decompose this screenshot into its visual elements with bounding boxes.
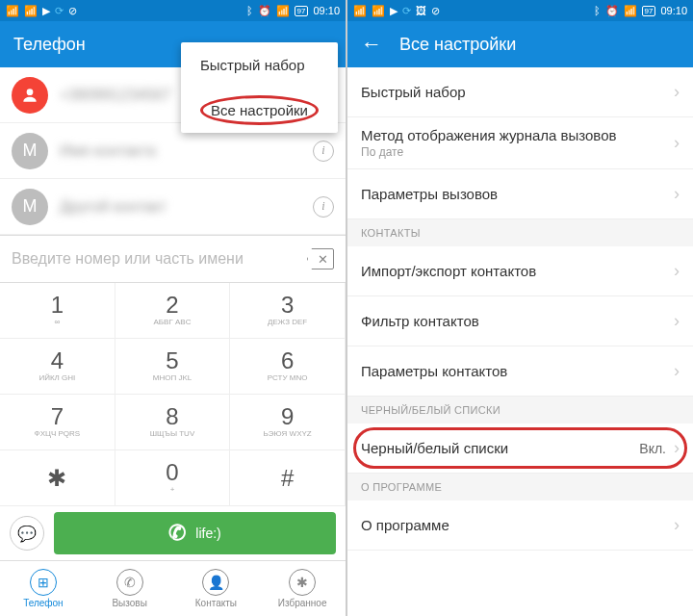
chevron-right-icon: › xyxy=(674,261,680,281)
clock-text: 09:10 xyxy=(313,5,340,16)
signal-icon: 📶 xyxy=(24,5,38,17)
key-hash[interactable]: # xyxy=(230,450,346,506)
bottom-nav: ⊞Телефон ✆Вызовы 👤Контакты ✱Избранное xyxy=(0,560,346,616)
info-icon[interactable]: i xyxy=(313,196,334,218)
setting-blackwhite-list[interactable]: Черный/белый списки Вкл. › xyxy=(347,424,693,474)
setting-speed-dial[interactable]: Быстрый набор › xyxy=(347,67,693,117)
wifi-icon: 📶 xyxy=(276,5,290,17)
avatar xyxy=(12,77,48,114)
key-7[interactable]: 7ФХЦЧ PQRS xyxy=(0,395,116,450)
dial-input-row: Введите номер или часть имени ✕ xyxy=(0,235,346,283)
sms-icon[interactable]: 💬 xyxy=(10,516,44,551)
setting-about[interactable]: О программе › xyxy=(347,500,693,551)
setting-import[interactable]: Импорт/экспорт контактов › xyxy=(347,246,693,296)
section-about: О ПРОГРАММЕ xyxy=(347,474,693,500)
call-action-row: 💬 ✆ life:) xyxy=(0,506,346,560)
setting-filter[interactable]: Фильтр контактов › xyxy=(347,296,693,346)
backspace-icon[interactable]: ✕ xyxy=(307,248,334,270)
nav-calls[interactable]: ✆Вызовы xyxy=(87,561,173,616)
setting-call-params[interactable]: Параметры вызовов › xyxy=(347,169,693,219)
contact-name-text: Другой контакт xyxy=(60,198,301,216)
block-icon: ⊘ xyxy=(431,5,440,17)
settings-screen: 📶 📶 ▶ ⟳ 🖼 ⊘ ᛒ ⏰ 📶 97 09:10 ← Все настрой… xyxy=(347,0,693,616)
chevron-right-icon: › xyxy=(674,82,680,102)
contact-row[interactable]: M Другой контакт i xyxy=(0,179,346,235)
dialpad-icon: ⊞ xyxy=(30,569,57,596)
alarm-icon: ⏰ xyxy=(258,5,271,17)
call-label: life:) xyxy=(195,526,220,541)
phone-app-screen: 📶 📶 ▶ ⟳ ⊘ ᛒ ⏰ 📶 97 09:10 Телефон Быстрый… xyxy=(0,0,347,616)
app-bar: ← Все настройки xyxy=(347,21,693,67)
settings-title: Все настройки xyxy=(399,35,516,55)
contact-name-text: Имя контакта xyxy=(60,142,301,160)
play-icon: ▶ xyxy=(42,5,50,17)
svg-point-0 xyxy=(27,89,34,95)
key-4[interactable]: 4ИЙКЛ GHI xyxy=(0,339,116,395)
sync-icon: ⟳ xyxy=(402,5,411,17)
key-2[interactable]: 2АБВГ ABC xyxy=(116,283,231,339)
block-icon: ⊘ xyxy=(68,5,77,17)
status-bar: 📶 📶 ▶ ⟳ ⊘ ᛒ ⏰ 📶 97 09:10 xyxy=(0,0,346,21)
call-button[interactable]: ✆ life:) xyxy=(54,512,336,554)
person-icon: 👤 xyxy=(202,569,229,596)
chevron-right-icon: › xyxy=(674,184,680,204)
key-star[interactable]: ✱ xyxy=(0,450,116,506)
overflow-menu: Быстрый набор Все настройки xyxy=(181,42,338,133)
section-contacts: КОНТАКТЫ xyxy=(347,219,693,246)
star-icon: ✱ xyxy=(289,569,316,596)
phone-icon: ✆ xyxy=(168,521,186,546)
nav-phone[interactable]: ⊞Телефон xyxy=(0,561,87,616)
phone-icon: ✆ xyxy=(116,569,143,596)
back-icon[interactable]: ← xyxy=(361,32,382,57)
setting-log-method[interactable]: Метод отображения журнала вызовов По дат… xyxy=(347,117,693,169)
signal-icon: 📶 xyxy=(353,5,367,17)
app-title: Телефон xyxy=(13,35,86,55)
wifi-icon: 📶 xyxy=(624,5,637,17)
chevron-right-icon: › xyxy=(674,515,680,535)
nav-favorites[interactable]: ✱Избранное xyxy=(259,561,346,616)
alarm-icon: ⏰ xyxy=(605,5,619,17)
bluetooth-icon: ᛒ xyxy=(246,5,253,16)
menu-speed-dial[interactable]: Быстрый набор xyxy=(181,42,338,88)
bluetooth-icon: ᛒ xyxy=(594,5,601,16)
image-icon: 🖼 xyxy=(416,5,426,16)
chevron-right-icon: › xyxy=(674,311,680,331)
chevron-right-icon: › xyxy=(674,438,680,458)
key-5[interactable]: 5МНОП JKL xyxy=(116,339,231,395)
menu-all-settings[interactable]: Все настройки xyxy=(181,88,338,133)
signal-icon: 📶 xyxy=(372,5,385,17)
play-icon: ▶ xyxy=(390,5,398,17)
sync-icon: ⟳ xyxy=(55,5,64,17)
key-3[interactable]: 3ДЕЖЗ DEF xyxy=(230,283,346,339)
status-bar: 📶 📶 ▶ ⟳ 🖼 ⊘ ᛒ ⏰ 📶 97 09:10 xyxy=(347,0,693,21)
dial-input[interactable]: Введите номер или часть имени xyxy=(12,250,307,268)
avatar: M xyxy=(12,189,48,225)
chevron-right-icon: › xyxy=(674,133,680,153)
key-9[interactable]: 9ЬЭЮЯ WXYZ xyxy=(230,395,346,450)
key-1[interactable]: 1∞ xyxy=(0,283,116,339)
nav-contacts[interactable]: 👤Контакты xyxy=(173,561,260,616)
dialpad: 1∞ 2АБВГ ABC 3ДЕЖЗ DEF 4ИЙКЛ GHI 5МНОП J… xyxy=(0,283,346,506)
key-8[interactable]: 8ШЩЪЫ TUV xyxy=(116,395,231,450)
battery-icon: 97 xyxy=(642,6,656,16)
clock-text: 09:10 xyxy=(660,5,687,16)
avatar: M xyxy=(12,133,48,169)
chevron-right-icon: › xyxy=(674,361,680,381)
setting-contact-params[interactable]: Параметры контактов › xyxy=(347,346,693,397)
key-0[interactable]: 0+ xyxy=(116,450,231,506)
key-6[interactable]: 6РСТУ MNO xyxy=(230,339,346,395)
battery-icon: 97 xyxy=(295,6,309,16)
section-lists: ЧЕРНЫЙ/БЕЛЫЙ СПИСКИ xyxy=(347,397,693,424)
info-icon[interactable]: i xyxy=(313,141,334,162)
signal-icon: 📶 xyxy=(6,5,19,17)
